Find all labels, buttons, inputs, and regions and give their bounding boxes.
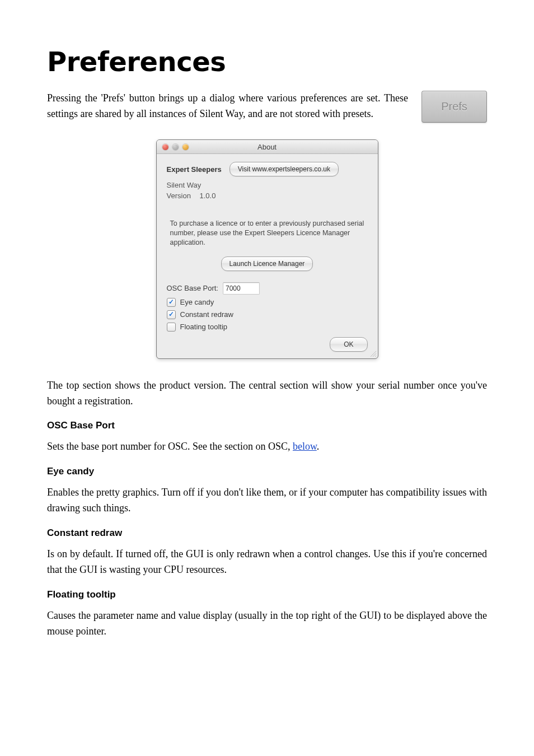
product-name: Silent Way xyxy=(167,181,368,189)
ok-button[interactable]: OK xyxy=(330,337,367,352)
eye-candy-option[interactable]: Eye candy xyxy=(167,298,368,307)
svg-line-2 xyxy=(375,356,376,357)
launch-licence-manager-button[interactable]: Launch Licence Manager xyxy=(221,256,313,271)
constant-redraw-section-text: Is on by default. If turned off, the GUI… xyxy=(47,547,487,578)
resize-grip-icon[interactable] xyxy=(369,349,377,357)
visit-website-button[interactable]: Visit www.expertsleepers.co.uk xyxy=(229,162,339,176)
brand-name: Expert Sleepers xyxy=(167,165,222,174)
licence-text: To purchase a licence or to enter a prev… xyxy=(167,219,368,248)
floating-tooltip-section-heading: Floating tooltip xyxy=(47,589,487,600)
eye-candy-checkbox[interactable] xyxy=(167,298,176,307)
floating-tooltip-label: Floating tooltip xyxy=(180,323,228,331)
osc-base-port-input[interactable] xyxy=(223,282,260,295)
osc-section-text-after: . xyxy=(317,441,320,452)
window-zoom-icon[interactable] xyxy=(182,144,189,150)
window-minimize-icon[interactable] xyxy=(172,144,179,150)
constant-redraw-checkbox[interactable] xyxy=(167,310,176,319)
intro-paragraph: Pressing the 'Prefs' button brings up a … xyxy=(47,91,408,122)
prefs-button[interactable]: Prefs xyxy=(421,91,487,123)
version-label: Version xyxy=(167,192,191,200)
post-dialog-paragraph: The top section shows the product versio… xyxy=(47,378,487,409)
window-close-icon[interactable] xyxy=(162,144,168,150)
eye-candy-label: Eye candy xyxy=(180,298,214,306)
floating-tooltip-checkbox[interactable] xyxy=(167,323,176,332)
osc-section-text-before: Sets the base port number for OSC. See t… xyxy=(47,441,293,452)
dialog-title: About xyxy=(157,143,378,151)
floating-tooltip-option[interactable]: Floating tooltip xyxy=(167,323,368,332)
about-dialog: About Expert Sleepers Visit www.expertsl… xyxy=(156,139,378,359)
constant-redraw-option[interactable]: Constant redraw xyxy=(167,310,368,319)
constant-redraw-label: Constant redraw xyxy=(180,310,233,319)
osc-section-heading: OSC Base Port xyxy=(47,420,487,431)
constant-redraw-section-heading: Constant redraw xyxy=(47,528,487,539)
eye-candy-section-heading: Eye candy xyxy=(47,466,487,477)
floating-tooltip-section-text: Causes the parameter name and value disp… xyxy=(47,608,487,640)
osc-base-port-label: OSC Base Port: xyxy=(167,284,218,292)
eye-candy-section-text: Enables the pretty graphics. Turn off if… xyxy=(47,485,487,516)
osc-below-link[interactable]: below xyxy=(293,441,317,452)
version-value: 1.0.0 xyxy=(200,192,216,200)
page-title: Preferences xyxy=(47,46,487,77)
